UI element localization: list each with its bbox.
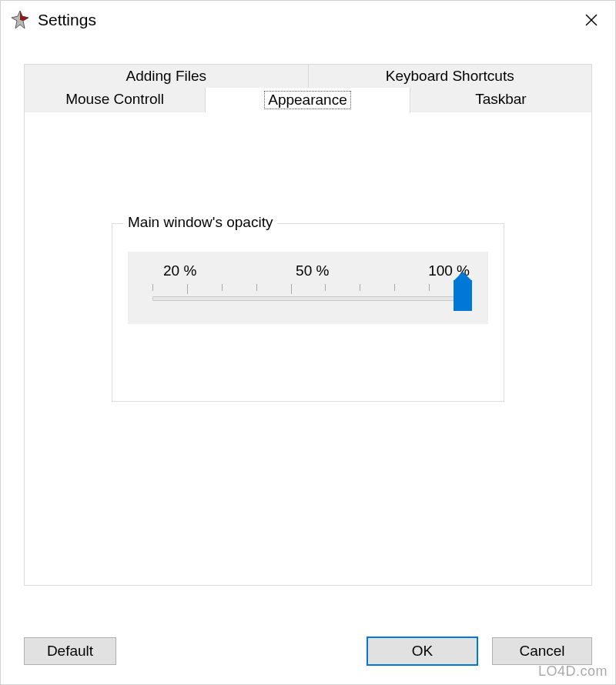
settings-window: Settings Adding Files Keyboard Shortcuts… bbox=[0, 0, 616, 685]
tab-taskbar[interactable]: Taskbar bbox=[410, 88, 592, 113]
tab-appearance[interactable]: Appearance bbox=[206, 88, 410, 113]
tab-row-1: Adding Files Keyboard Shortcuts bbox=[24, 64, 592, 88]
tab-label: Keyboard Shortcuts bbox=[386, 68, 514, 84]
tab-label: Taskbar bbox=[475, 91, 527, 107]
window-title: Settings bbox=[38, 11, 572, 29]
slider-tick-label: 50 % bbox=[296, 262, 329, 279]
opacity-slider-container: 20 % 50 % 100 % bbox=[128, 252, 488, 324]
opacity-slider[interactable] bbox=[152, 296, 464, 301]
ok-button[interactable]: OK bbox=[367, 637, 478, 666]
app-icon bbox=[10, 10, 30, 30]
tab-mouse-controll[interactable]: Mouse Controll bbox=[24, 88, 206, 113]
default-button[interactable]: Default bbox=[24, 637, 116, 665]
cancel-button[interactable]: Cancel bbox=[492, 637, 592, 665]
tab-label: Mouse Controll bbox=[65, 91, 164, 107]
titlebar: Settings bbox=[1, 1, 615, 39]
dialog-buttons: Default OK Cancel bbox=[24, 637, 592, 666]
slider-tick-labels: 20 % 50 % 100 % bbox=[146, 262, 470, 279]
close-button[interactable] bbox=[572, 5, 611, 35]
opacity-groupbox: Main window's opacity 20 % 50 % 100 % bbox=[112, 223, 504, 402]
dialog-content: Adding Files Keyboard Shortcuts Mouse Co… bbox=[1, 39, 615, 600]
watermark: LO4D.com bbox=[538, 663, 608, 680]
tab-label: Appearance bbox=[264, 91, 350, 109]
slider-ticks bbox=[152, 284, 464, 295]
tab-row-2: Mouse Controll Appearance Taskbar bbox=[24, 88, 592, 113]
tab-page-appearance: Main window's opacity 20 % 50 % 100 % bbox=[24, 112, 592, 586]
close-icon bbox=[585, 14, 598, 26]
groupbox-legend: Main window's opacity bbox=[123, 214, 277, 231]
slider-thumb[interactable] bbox=[454, 280, 472, 311]
tab-keyboard-shortcuts[interactable]: Keyboard Shortcuts bbox=[309, 64, 593, 88]
tab-adding-files[interactable]: Adding Files bbox=[24, 64, 309, 88]
slider-tick-label: 20 % bbox=[163, 262, 196, 279]
tab-control: Adding Files Keyboard Shortcuts Mouse Co… bbox=[24, 64, 592, 586]
tab-label: Adding Files bbox=[126, 68, 206, 84]
svg-marker-1 bbox=[20, 11, 28, 21]
